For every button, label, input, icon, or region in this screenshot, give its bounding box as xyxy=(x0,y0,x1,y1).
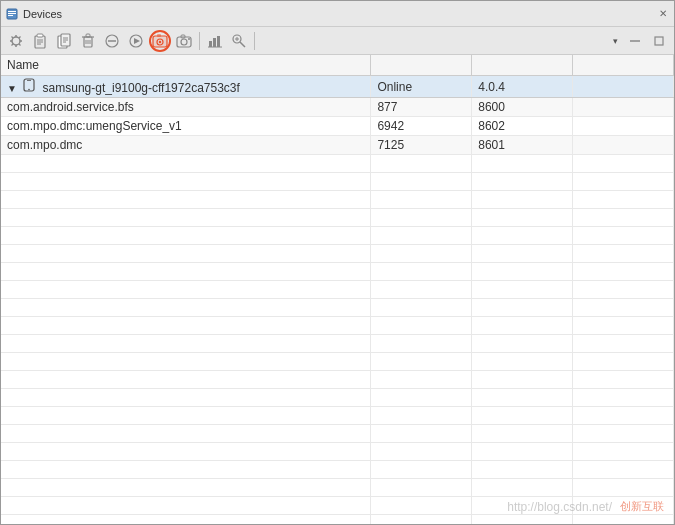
empty-row xyxy=(1,317,674,335)
copy-clipboard-icon[interactable] xyxy=(53,30,75,52)
column-header-name: Name xyxy=(1,55,371,76)
svg-line-9 xyxy=(12,36,14,38)
process-pid-2: 7125 xyxy=(371,136,472,155)
empty-row xyxy=(1,281,674,299)
delete-icon[interactable] xyxy=(77,30,99,52)
empty-row xyxy=(1,389,674,407)
svg-rect-51 xyxy=(655,37,663,45)
svg-rect-42 xyxy=(209,41,212,47)
device-phone-icon xyxy=(23,78,35,92)
inspect-icon[interactable] xyxy=(228,30,250,52)
device-name: samsung-gt_i9100g-cff1972ca753c3f xyxy=(43,81,240,95)
svg-line-47 xyxy=(240,42,245,47)
toolbar: ▾ xyxy=(1,27,674,55)
svg-point-4 xyxy=(12,37,20,45)
empty-row xyxy=(1,209,674,227)
separator-2 xyxy=(254,32,255,50)
empty-row xyxy=(1,443,674,461)
empty-row xyxy=(1,407,674,425)
empty-row xyxy=(1,263,674,281)
svg-line-12 xyxy=(12,44,14,46)
device-port2 xyxy=(573,76,674,98)
window-title: Devices xyxy=(23,8,652,20)
column-header-port2 xyxy=(573,55,674,76)
expand-icon[interactable]: ▼ xyxy=(7,83,17,94)
stop-icon[interactable] xyxy=(101,30,123,52)
debug-icon[interactable] xyxy=(5,30,27,52)
process-extra-2 xyxy=(573,136,674,155)
process-port-1: 8602 xyxy=(472,117,573,136)
svg-marker-32 xyxy=(134,38,140,44)
process-name-2: com.mpo.dmc xyxy=(1,136,371,155)
toolbar-dropdown-arrow[interactable]: ▾ xyxy=(608,30,622,52)
empty-row xyxy=(1,245,674,263)
svg-rect-3 xyxy=(8,15,13,16)
content-area: Name ▼ xyxy=(1,55,674,524)
svg-point-37 xyxy=(159,40,161,42)
empty-row xyxy=(1,479,674,497)
title-bar: Devices ✕ xyxy=(1,1,674,27)
svg-point-39 xyxy=(181,39,187,45)
minimize-button[interactable] xyxy=(624,30,646,52)
svg-rect-25 xyxy=(86,34,90,37)
device-status: Online xyxy=(371,76,472,98)
device-name-cell: ▼ samsung-gt_i9100g-cff1972ca753c3f xyxy=(1,76,371,98)
process-port-0: 8600 xyxy=(472,98,573,117)
process-extra-0 xyxy=(573,98,674,117)
empty-row xyxy=(1,497,674,515)
empty-row xyxy=(1,515,674,525)
empty-row xyxy=(1,299,674,317)
empty-row xyxy=(1,353,674,371)
device-table: Name ▼ xyxy=(1,55,674,524)
column-header-port1 xyxy=(472,55,573,76)
process-pid-1: 6942 xyxy=(371,117,472,136)
svg-line-11 xyxy=(19,36,21,38)
device-row[interactable]: ▼ samsung-gt_i9100g-cff1972ca753c3f Onli xyxy=(1,76,674,98)
camera-icon[interactable] xyxy=(173,30,195,52)
svg-point-53 xyxy=(28,89,30,91)
svg-rect-1 xyxy=(8,11,16,12)
run-icon[interactable] xyxy=(125,30,147,52)
maximize-button[interactable] xyxy=(648,30,670,52)
clipboard-icon[interactable] xyxy=(29,30,51,52)
empty-row xyxy=(1,155,674,173)
process-pid-0: 877 xyxy=(371,98,472,117)
svg-rect-2 xyxy=(8,13,16,14)
separator-1 xyxy=(199,32,200,50)
close-tab-button[interactable]: ✕ xyxy=(656,7,670,21)
empty-row xyxy=(1,425,674,443)
process-port-2: 8601 xyxy=(472,136,573,155)
svg-point-41 xyxy=(188,38,190,40)
process-row[interactable]: com.android.service.bfs 877 8600 xyxy=(1,98,674,117)
window-icon xyxy=(5,7,19,21)
empty-row xyxy=(1,173,674,191)
main-window: Devices ✕ xyxy=(0,0,675,525)
bar-chart-icon[interactable] xyxy=(204,30,226,52)
svg-rect-43 xyxy=(213,38,216,47)
empty-row xyxy=(1,335,674,353)
svg-line-10 xyxy=(19,44,21,46)
svg-rect-36 xyxy=(157,34,161,37)
screenshot-icon[interactable] xyxy=(149,30,171,52)
svg-rect-14 xyxy=(37,34,43,37)
process-row[interactable]: com.mpo.dmc:umengService_v1 6942 8602 xyxy=(1,117,674,136)
process-row[interactable]: com.mpo.dmc 7125 8601 xyxy=(1,136,674,155)
process-extra-1 xyxy=(573,117,674,136)
empty-row xyxy=(1,227,674,245)
process-name-0: com.android.service.bfs xyxy=(1,98,371,117)
empty-row xyxy=(1,191,674,209)
empty-row xyxy=(1,371,674,389)
process-name-1: com.mpo.dmc:umengService_v1 xyxy=(1,117,371,136)
device-list-scroll[interactable]: Name ▼ xyxy=(1,55,674,524)
svg-rect-44 xyxy=(217,36,220,47)
column-header-status xyxy=(371,55,472,76)
empty-row xyxy=(1,461,674,479)
device-version: 4.0.4 xyxy=(472,76,573,98)
